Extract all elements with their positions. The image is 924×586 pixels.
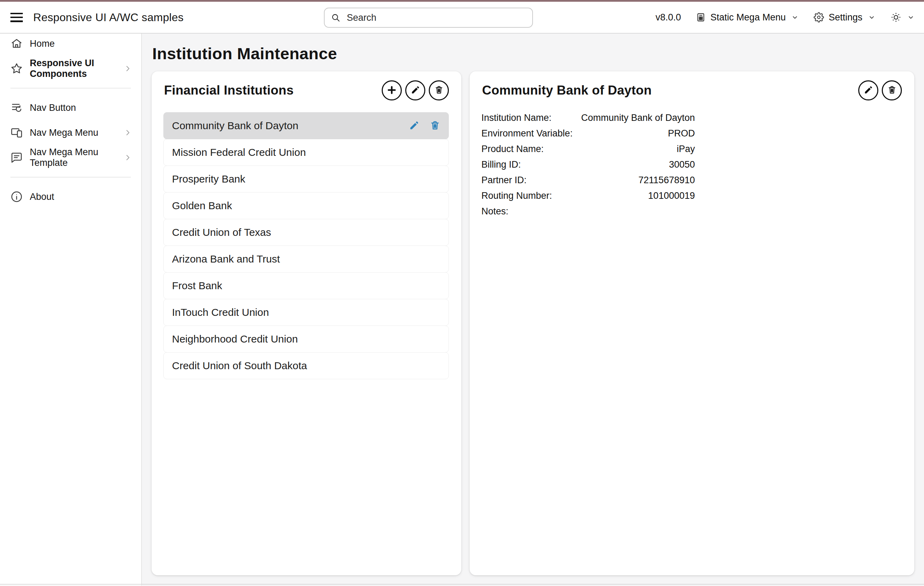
field-value: PROD — [668, 128, 695, 139]
trash-icon — [434, 85, 444, 96]
institution-list-item[interactable]: Golden Bank — [163, 192, 449, 219]
edit-institution-button[interactable] — [405, 80, 425, 101]
institution-list-item[interactable]: Prosperity Bank — [163, 166, 449, 192]
sidebar-item-nav-mega-menu-template[interactable]: Nav Mega Menu Template — [0, 147, 141, 168]
sidebar-divider — [10, 88, 131, 88]
delete-row-button[interactable] — [430, 120, 440, 132]
detail-field-row: Billing ID:30050 — [482, 157, 695, 172]
chevron-right-icon — [123, 128, 132, 137]
institution-name: Golden Bank — [172, 200, 232, 212]
field-value: 30050 — [669, 159, 695, 170]
chevron-down-icon — [868, 13, 876, 22]
chevron-down-icon — [791, 13, 799, 22]
star-icon — [10, 62, 23, 75]
settings-dropdown[interactable]: Settings — [813, 12, 876, 23]
devices-icon — [10, 126, 23, 139]
pencil-icon — [409, 120, 419, 132]
sidebar-item-label: Nav Mega Menu Template — [30, 147, 116, 168]
institution-list: Community Bank of DaytonMission Federal … — [152, 107, 461, 379]
institution-name: InTouch Credit Union — [172, 306, 269, 318]
field-value: 72115678910 — [639, 175, 695, 185]
search-input[interactable] — [346, 12, 526, 23]
sidebar-item-about[interactable]: About — [0, 187, 141, 207]
institution-list-item[interactable]: Credit Union of Texas — [163, 219, 449, 246]
delete-detail-button[interactable] — [882, 80, 902, 101]
topbar-right: v8.0.0 Static Mega Menu — [655, 12, 915, 23]
chevron-down-icon — [907, 13, 915, 22]
sidebar-item-label: Home — [30, 38, 54, 49]
info-circle-icon — [10, 190, 23, 203]
edit-detail-button[interactable] — [858, 80, 878, 101]
sun-icon — [891, 12, 901, 23]
institution-name: Arizona Bank and Trust — [172, 253, 280, 265]
pencil-icon — [411, 85, 420, 96]
institution-name: Neighborhood Credit Union — [172, 333, 298, 345]
sidebar-item-label: Responsive UI Components — [30, 58, 116, 79]
detail-field-row: Environment Variable:PROD — [482, 126, 695, 141]
search-box — [324, 8, 533, 28]
chevron-right-icon — [123, 64, 132, 73]
institution-list-item[interactable]: Arizona Bank and Trust — [163, 245, 449, 273]
field-label: Institution Name: — [482, 113, 552, 123]
field-value: iPay — [676, 144, 695, 154]
detail-field-row: Product Name:iPay — [482, 141, 695, 157]
add-institution-button[interactable] — [382, 80, 402, 101]
table-grid-icon — [696, 12, 706, 23]
sidebar-divider — [10, 177, 131, 177]
search-icon — [331, 13, 340, 23]
sidebar: HomeResponsive UI ComponentsNav ButtonNa… — [0, 33, 142, 585]
hamburger-menu-icon[interactable] — [10, 13, 23, 22]
app-bar: Responsive UI A/WC samples v8.0.0 Static… — [0, 2, 924, 33]
institution-list-item[interactable]: Credit Union of South Dakota — [163, 352, 449, 379]
delete-institution-button[interactable] — [429, 80, 449, 101]
list-refresh-icon — [10, 101, 23, 114]
sidebar-item-home[interactable]: Home — [0, 33, 141, 54]
institution-list-item[interactable]: Mission Federal Credit Union — [163, 139, 449, 166]
institution-list-item[interactable]: InTouch Credit Union — [163, 299, 449, 326]
sidebar-item-responsive-ui-components[interactable]: Responsive UI Components — [0, 58, 141, 79]
main-content: Institution Maintenance Financial Instit… — [142, 33, 924, 585]
institution-name: Credit Union of Texas — [172, 227, 271, 238]
gear-icon — [813, 12, 824, 23]
sidebar-item-nav-button[interactable]: Nav Button — [0, 98, 141, 118]
settings-label: Settings — [828, 12, 862, 23]
edit-row-button[interactable] — [409, 120, 419, 132]
detail-field-row: Routing Number:101000019 — [482, 188, 695, 204]
trash-icon — [430, 120, 440, 132]
institution-name: Credit Union of South Dakota — [172, 360, 307, 372]
field-label: Routing Number: — [482, 190, 552, 201]
detail-card-title: Community Bank of Dayton — [482, 83, 652, 98]
institution-name: Community Bank of Dayton — [172, 120, 298, 132]
sidebar-item-nav-mega-menu[interactable]: Nav Mega Menu — [0, 122, 141, 143]
field-label: Notes: — [482, 206, 508, 217]
detail-fields: Institution Name:Community Bank of Dayto… — [470, 107, 914, 219]
sidebar-item-label: Nav Button — [30, 103, 76, 113]
trash-icon — [887, 85, 897, 96]
institution-name: Mission Federal Credit Union — [172, 147, 306, 158]
row-actions — [409, 120, 440, 132]
field-value: Community Bank of Dayton — [581, 113, 695, 123]
field-label: Product Name: — [482, 144, 544, 154]
field-label: Billing ID: — [482, 159, 521, 170]
list-card-title: Financial Institutions — [164, 83, 294, 98]
mega-menu-dropdown[interactable]: Static Mega Menu — [696, 12, 799, 23]
financial-institutions-card: Financial Institutions — [152, 71, 461, 575]
institution-list-item[interactable]: Neighborhood Credit Union — [163, 326, 449, 353]
chevron-right-icon — [123, 153, 132, 162]
field-label: Partner ID: — [482, 175, 527, 185]
detail-field-row: Notes: — [482, 204, 695, 219]
institution-list-item[interactable]: Frost Bank — [163, 272, 449, 299]
field-label: Environment Variable: — [482, 128, 573, 139]
sidebar-item-label: Nav Mega Menu — [30, 127, 98, 138]
institution-name: Frost Bank — [172, 280, 222, 291]
institution-detail-card: Community Bank of Dayton — [470, 71, 914, 575]
plus-icon — [386, 84, 397, 97]
mega-menu-label: Static Mega Menu — [711, 12, 786, 23]
version-label: v8.0.0 — [655, 12, 681, 23]
theme-dropdown[interactable] — [891, 12, 915, 23]
page-title: Institution Maintenance — [152, 44, 914, 63]
institution-list-item[interactable]: Community Bank of Dayton — [163, 112, 449, 139]
detail-field-row: Partner ID:72115678910 — [482, 172, 695, 188]
detail-field-row: Institution Name:Community Bank of Dayto… — [482, 110, 695, 126]
message-square-icon — [10, 151, 23, 164]
